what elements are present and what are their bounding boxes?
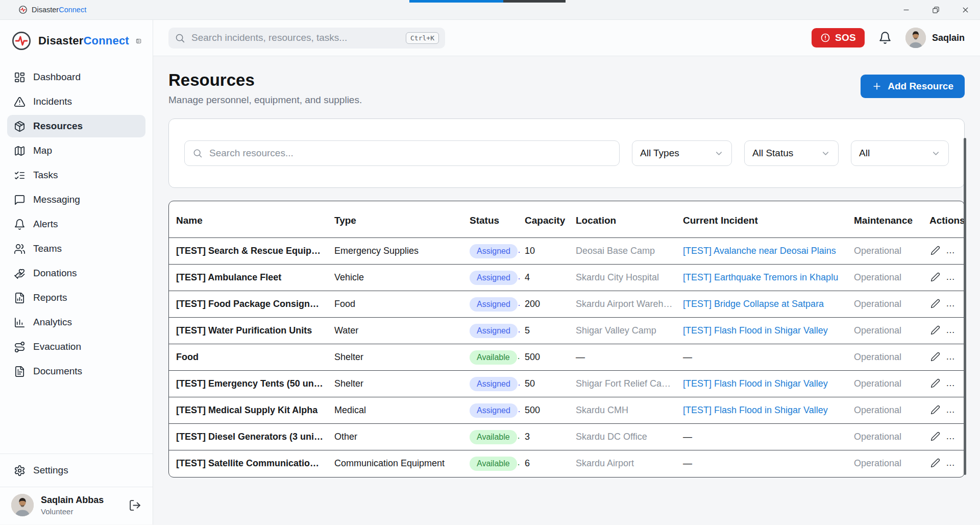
close-button[interactable] <box>950 0 980 19</box>
resource-maintenance-cell: Operational <box>849 238 924 265</box>
resource-location-cell: Skardu CMH <box>571 397 678 424</box>
sidebar-item-documents[interactable]: Documents <box>7 360 145 383</box>
edit-resource-button[interactable] <box>929 271 941 283</box>
incident-link[interactable]: [TEST] Bridge Collapse at Satpara <box>683 299 824 309</box>
user-menu[interactable]: Saqlain <box>905 28 965 48</box>
page-content: Resources Manage personnel, equipment, a… <box>153 56 980 524</box>
edit-resource-button[interactable] <box>929 324 941 336</box>
sidebar-item-label: Evacuation <box>33 341 81 352</box>
status-filter-value: All Status <box>752 148 793 159</box>
route-icon <box>14 341 26 353</box>
resource-name-cell: [TEST] Satellite Communication ... <box>169 450 329 477</box>
sidebar-item-label: Reports <box>33 292 67 303</box>
edit-resource-button[interactable] <box>929 298 941 309</box>
edit-resource-button[interactable] <box>929 431 941 442</box>
sidebar-item-label: Dashboard <box>33 71 81 83</box>
minimize-button[interactable] <box>891 0 921 19</box>
gear-icon <box>14 465 26 476</box>
scrollbar-thumb[interactable] <box>964 138 966 475</box>
sidebar-item-label: Tasks <box>33 170 58 181</box>
collapse-sidebar-button[interactable] <box>136 34 141 48</box>
sidebar-item-label: Map <box>33 145 52 156</box>
column-header-name: Name <box>169 201 329 238</box>
close-icon <box>961 6 970 14</box>
sidebar-item-dashboard[interactable]: Dashboard <box>7 66 145 88</box>
restore-button[interactable] <box>921 0 950 19</box>
restore-icon <box>932 6 940 14</box>
sidebar-item-teams[interactable]: Teams <box>7 237 145 260</box>
resource-incident-cell: [TEST] Flash Flood in Shigar Valley <box>678 318 849 344</box>
edit-resource-button[interactable] <box>929 351 941 363</box>
extra-filter-select[interactable]: All <box>851 140 949 166</box>
file-chart-icon <box>14 292 26 304</box>
resource-capacity-cell: 200 <box>520 291 571 318</box>
resource-capacity-cell: 6 <box>520 450 571 477</box>
empty-value: — <box>683 458 692 468</box>
resource-name-cell: [TEST] Emergency Tents (50 units) <box>169 371 329 397</box>
resource-incident-cell: [TEST] Bridge Collapse at Satpara <box>678 291 849 318</box>
incident-link[interactable]: [TEST] Flash Flood in Shigar Valley <box>683 378 828 389</box>
sos-label: SOS <box>835 32 856 43</box>
resources-table-card: NameTypeStatusCapacityLocationCurrent In… <box>168 201 965 478</box>
status-badge: Assigned <box>470 297 518 312</box>
pencil-icon <box>930 378 940 388</box>
sos-button[interactable]: SOS <box>812 28 865 47</box>
resource-status-cell: Assigned <box>464 238 520 265</box>
resource-name-cell: [TEST] Diesel Generators (3 units) <box>169 424 329 450</box>
logout-button[interactable] <box>129 499 141 512</box>
sidebar-item-incidents[interactable]: Incidents <box>7 90 145 113</box>
status-filter-select[interactable]: All Status <box>744 140 839 166</box>
resource-maintenance-cell: Operational <box>849 344 924 371</box>
type-filter-value: All Types <box>640 148 679 159</box>
resource-capacity-cell: 4 <box>520 265 571 291</box>
sidebar-item-evacuation[interactable]: Evacuation <box>7 336 145 358</box>
global-search-input[interactable] <box>190 32 401 44</box>
search-icon <box>175 33 185 43</box>
resource-search-input[interactable] <box>208 147 611 159</box>
add-resource-button[interactable]: Add Resource <box>861 75 965 98</box>
alert-triangle-icon <box>14 96 26 108</box>
window-titlebar: DisasterConnect <box>0 0 980 20</box>
sidebar-item-alerts[interactable]: Alerts <box>7 213 145 235</box>
type-filter-select[interactable]: All Types <box>632 140 732 166</box>
edit-resource-button[interactable] <box>929 457 941 469</box>
logout-icon <box>129 499 141 512</box>
sidebar-item-settings[interactable]: Settings <box>7 459 145 482</box>
sidebar-item-donations[interactable]: Donations <box>7 262 145 284</box>
resource-status-cell: Assigned <box>464 318 520 344</box>
bell-icon <box>14 219 26 230</box>
sidebar-item-map[interactable]: Map <box>7 139 145 162</box>
sidebar-item-analytics[interactable]: Analytics <box>7 311 145 333</box>
incident-link[interactable]: [TEST] Flash Flood in Shigar Valley <box>683 325 828 336</box>
sidebar-item-messaging[interactable]: Messaging <box>7 188 145 211</box>
resource-type-cell: Water <box>329 318 464 344</box>
sidebar-item-resources[interactable]: Resources <box>7 115 145 137</box>
sidebar-item-reports[interactable]: Reports <box>7 287 145 309</box>
edit-resource-button[interactable] <box>929 377 941 389</box>
resource-type-cell: Medical <box>329 397 464 424</box>
sidebar-item-tasks[interactable]: Tasks <box>7 164 145 186</box>
resource-status-cell: Assigned <box>464 265 520 291</box>
edit-resource-button[interactable] <box>929 404 941 416</box>
bar-chart-icon <box>14 317 26 328</box>
resource-name-cell: Food <box>169 344 329 371</box>
column-header-actions: Actions <box>924 201 965 238</box>
message-square-icon <box>14 194 26 206</box>
empty-value: — <box>683 432 692 442</box>
notifications-button[interactable] <box>878 31 892 44</box>
incident-link[interactable]: [TEST] Earthquake Tremors in Khaplu <box>683 272 838 282</box>
incident-link[interactable]: [TEST] Flash Flood in Shigar Valley <box>683 405 828 415</box>
resource-capacity-cell: 3 <box>520 424 571 450</box>
sidebar-user-card[interactable]: Saqlain Abbas Volunteer <box>0 487 153 524</box>
global-search[interactable]: Ctrl+K <box>168 28 445 49</box>
resource-type-cell: Vehicle <box>329 265 464 291</box>
status-badge: Assigned <box>470 377 518 391</box>
incident-link[interactable]: [TEST] Avalanche near Deosai Plains <box>683 246 836 256</box>
package-icon <box>14 121 26 132</box>
resource-search[interactable] <box>184 140 620 166</box>
pencil-icon <box>930 272 940 282</box>
window-controls <box>891 0 980 19</box>
edit-resource-button[interactable] <box>929 245 941 256</box>
page-head: Resources Manage personnel, equipment, a… <box>168 69 965 106</box>
status-badge: Available <box>470 430 517 444</box>
